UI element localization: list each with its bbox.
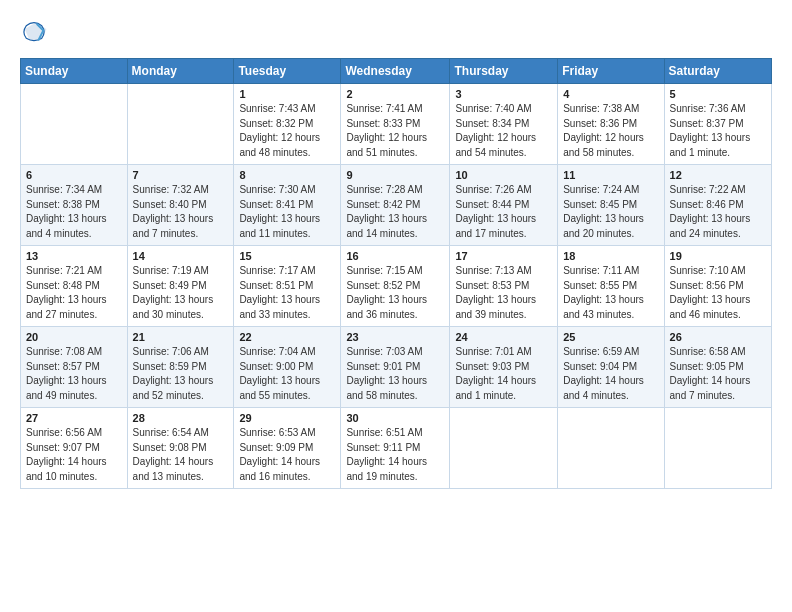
sunrise-label: Sunrise:: [133, 346, 172, 357]
calendar-cell: [127, 84, 234, 165]
calendar-cell: 26 Sunrise: 6:58 AM Sunset: 9:05 PM Dayl…: [664, 327, 771, 408]
day-info: Sunrise: 7:40 AM Sunset: 8:34 PM Dayligh…: [455, 102, 552, 160]
day-info: Sunrise: 7:19 AM Sunset: 8:49 PM Dayligh…: [133, 264, 229, 322]
calendar-day-header: Friday: [558, 59, 664, 84]
sunset-time: 8:33 PM: [383, 118, 420, 129]
sunset-time: 8:32 PM: [276, 118, 313, 129]
sunset-time: 9:11 PM: [383, 442, 420, 453]
sunset-time: 8:55 PM: [600, 280, 637, 291]
sunrise-time: 6:58 AM: [709, 346, 746, 357]
sunrise-time: 7:32 AM: [172, 184, 209, 195]
sunset-label: Sunset:: [346, 361, 383, 372]
sunrise-label: Sunrise:: [455, 346, 494, 357]
sunset-label: Sunset:: [346, 280, 383, 291]
day-number: 8: [239, 169, 335, 181]
sunset-label: Sunset:: [346, 199, 383, 210]
daylight-label: Daylight: 14 hours and 4 minutes.: [563, 375, 644, 401]
sunset-label: Sunset:: [239, 442, 276, 453]
calendar-cell: 5 Sunrise: 7:36 AM Sunset: 8:37 PM Dayli…: [664, 84, 771, 165]
sunset-time: 9:09 PM: [276, 442, 313, 453]
sunset-label: Sunset:: [563, 199, 600, 210]
calendar-cell: 18 Sunrise: 7:11 AM Sunset: 8:55 PM Dayl…: [558, 246, 664, 327]
sunrise-label: Sunrise:: [455, 184, 494, 195]
calendar-cell: 22 Sunrise: 7:04 AM Sunset: 9:00 PM Dayl…: [234, 327, 341, 408]
sunset-label: Sunset:: [26, 361, 63, 372]
daylight-label: Daylight: 12 hours and 58 minutes.: [563, 132, 644, 158]
sunset-label: Sunset:: [26, 280, 63, 291]
calendar-week-row: 13 Sunrise: 7:21 AM Sunset: 8:48 PM Dayl…: [21, 246, 772, 327]
sunrise-time: 7:24 AM: [603, 184, 640, 195]
day-info: Sunrise: 7:32 AM Sunset: 8:40 PM Dayligh…: [133, 183, 229, 241]
day-info: Sunrise: 7:43 AM Sunset: 8:32 PM Dayligh…: [239, 102, 335, 160]
calendar-week-row: 27 Sunrise: 6:56 AM Sunset: 9:07 PM Dayl…: [21, 408, 772, 489]
calendar-cell: 27 Sunrise: 6:56 AM Sunset: 9:07 PM Dayl…: [21, 408, 128, 489]
sunrise-label: Sunrise:: [133, 427, 172, 438]
sunrise-time: 6:53 AM: [279, 427, 316, 438]
sunrise-label: Sunrise:: [239, 103, 278, 114]
calendar-week-row: 1 Sunrise: 7:43 AM Sunset: 8:32 PM Dayli…: [21, 84, 772, 165]
day-number: 19: [670, 250, 766, 262]
day-info: Sunrise: 7:24 AM Sunset: 8:45 PM Dayligh…: [563, 183, 658, 241]
sunset-time: 8:49 PM: [169, 280, 206, 291]
sunrise-label: Sunrise:: [346, 103, 385, 114]
calendar: SundayMondayTuesdayWednesdayThursdayFrid…: [20, 58, 772, 489]
calendar-cell: 28 Sunrise: 6:54 AM Sunset: 9:08 PM Dayl…: [127, 408, 234, 489]
day-number: 12: [670, 169, 766, 181]
day-number: 2: [346, 88, 444, 100]
day-number: 21: [133, 331, 229, 343]
sunset-time: 9:01 PM: [383, 361, 420, 372]
calendar-cell: 13 Sunrise: 7:21 AM Sunset: 8:48 PM Dayl…: [21, 246, 128, 327]
sunset-time: 8:46 PM: [706, 199, 743, 210]
calendar-cell: 7 Sunrise: 7:32 AM Sunset: 8:40 PM Dayli…: [127, 165, 234, 246]
calendar-week-row: 6 Sunrise: 7:34 AM Sunset: 8:38 PM Dayli…: [21, 165, 772, 246]
day-info: Sunrise: 6:53 AM Sunset: 9:09 PM Dayligh…: [239, 426, 335, 484]
calendar-day-header: Tuesday: [234, 59, 341, 84]
day-info: Sunrise: 7:26 AM Sunset: 8:44 PM Dayligh…: [455, 183, 552, 241]
sunset-label: Sunset:: [239, 199, 276, 210]
sunrise-label: Sunrise:: [455, 265, 494, 276]
sunset-time: 8:51 PM: [276, 280, 313, 291]
daylight-label: Daylight: 13 hours and 49 minutes.: [26, 375, 107, 401]
sunset-label: Sunset:: [455, 118, 492, 129]
sunrise-label: Sunrise:: [26, 184, 65, 195]
sunset-label: Sunset:: [563, 280, 600, 291]
daylight-label: Daylight: 14 hours and 1 minute.: [455, 375, 536, 401]
daylight-label: Daylight: 14 hours and 10 minutes.: [26, 456, 107, 482]
sunset-label: Sunset:: [670, 280, 707, 291]
calendar-cell: 29 Sunrise: 6:53 AM Sunset: 9:09 PM Dayl…: [234, 408, 341, 489]
day-info: Sunrise: 7:06 AM Sunset: 8:59 PM Dayligh…: [133, 345, 229, 403]
sunset-time: 9:07 PM: [63, 442, 100, 453]
daylight-label: Daylight: 13 hours and 14 minutes.: [346, 213, 427, 239]
calendar-cell: 14 Sunrise: 7:19 AM Sunset: 8:49 PM Dayl…: [127, 246, 234, 327]
sunrise-time: 6:51 AM: [386, 427, 423, 438]
calendar-cell: 17 Sunrise: 7:13 AM Sunset: 8:53 PM Dayl…: [450, 246, 558, 327]
daylight-label: Daylight: 13 hours and 17 minutes.: [455, 213, 536, 239]
daylight-label: Daylight: 13 hours and 27 minutes.: [26, 294, 107, 320]
sunrise-time: 6:56 AM: [65, 427, 102, 438]
daylight-label: Daylight: 13 hours and 20 minutes.: [563, 213, 644, 239]
daylight-label: Daylight: 14 hours and 16 minutes.: [239, 456, 320, 482]
sunrise-time: 7:06 AM: [172, 346, 209, 357]
sunset-time: 8:56 PM: [706, 280, 743, 291]
sunset-time: 9:03 PM: [492, 361, 529, 372]
day-number: 9: [346, 169, 444, 181]
day-number: 13: [26, 250, 122, 262]
day-info: Sunrise: 6:59 AM Sunset: 9:04 PM Dayligh…: [563, 345, 658, 403]
calendar-cell: [21, 84, 128, 165]
sunset-time: 8:42 PM: [383, 199, 420, 210]
day-number: 15: [239, 250, 335, 262]
sunrise-time: 7:40 AM: [495, 103, 532, 114]
day-info: Sunrise: 7:30 AM Sunset: 8:41 PM Dayligh…: [239, 183, 335, 241]
sunrise-label: Sunrise:: [346, 184, 385, 195]
calendar-cell: 20 Sunrise: 7:08 AM Sunset: 8:57 PM Dayl…: [21, 327, 128, 408]
daylight-label: Daylight: 13 hours and 58 minutes.: [346, 375, 427, 401]
daylight-label: Daylight: 13 hours and 24 minutes.: [670, 213, 751, 239]
calendar-cell: 15 Sunrise: 7:17 AM Sunset: 8:51 PM Dayl…: [234, 246, 341, 327]
sunset-time: 8:59 PM: [169, 361, 206, 372]
calendar-cell: 16 Sunrise: 7:15 AM Sunset: 8:52 PM Dayl…: [341, 246, 450, 327]
day-info: Sunrise: 7:11 AM Sunset: 8:55 PM Dayligh…: [563, 264, 658, 322]
sunset-label: Sunset:: [26, 442, 63, 453]
daylight-label: Daylight: 13 hours and 46 minutes.: [670, 294, 751, 320]
day-number: 16: [346, 250, 444, 262]
calendar-day-header: Thursday: [450, 59, 558, 84]
